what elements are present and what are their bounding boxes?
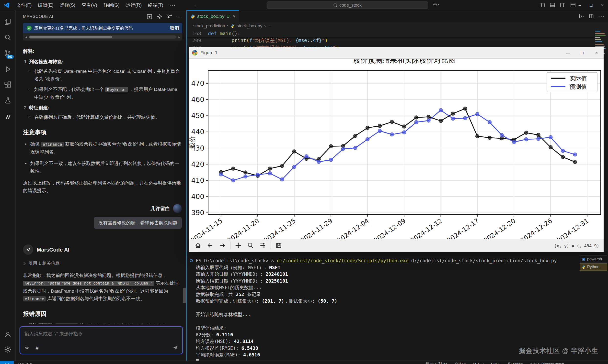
svg-text:2024-11-20: 2024-11-20 [226, 217, 261, 239]
svg-text:2024-12-17: 2024-12-17 [446, 217, 480, 239]
status-bar-item[interactable]: {} Python [508, 362, 523, 364]
breadcrumb-item[interactable]: stock_prediction [193, 24, 225, 29]
chevron-right-icon [23, 262, 26, 265]
chat-transcript: 解释: 1. 列名检查与转换: 代码首先检查 DataFrame 中是否包含 '… [23, 47, 182, 324]
menu-item[interactable]: 编辑(E) [35, 0, 56, 10]
extensions-icon[interactable] [0, 78, 16, 92]
pan-icon[interactable] [233, 240, 244, 251]
send-icon[interactable] [173, 345, 178, 351]
menu-item[interactable]: 运行(R) [123, 0, 145, 10]
test-flask-icon[interactable] [0, 93, 16, 108]
svg-text:2024-12-04: 2024-12-04 [336, 217, 370, 239]
terminal-tab-powersh[interactable]: powersh [580, 255, 607, 263]
subplot-config-icon[interactable] [257, 240, 268, 251]
terminal-line: 请输入开始日期（YYYYMMDD）: 20240101 [196, 271, 557, 278]
marscode-icon[interactable] [0, 110, 16, 124]
run-config-button[interactable]: ▾ [432, 2, 439, 7]
scroll-right-icon[interactable]: ▸ [178, 35, 181, 39]
breadcrumb-item[interactable]: stock_box.py [237, 24, 262, 29]
menu-more-button[interactable]: ··· [166, 2, 179, 8]
vscode-logo-icon [3, 2, 10, 8]
figure-close-button[interactable]: × [589, 47, 604, 59]
cursor-coordinates: (x, y) = (, 454.9) [554, 244, 599, 248]
account-icon[interactable] [0, 327, 16, 341]
window-minimize-button[interactable]: – [574, 0, 585, 10]
explain-heading: 解释: [23, 47, 182, 55]
status-bar-item[interactable]: 行 227, 列 44 [425, 362, 447, 364]
panel-scrollbar[interactable] [183, 288, 186, 303]
run-debug-icon[interactable] [0, 62, 16, 76]
figure-maximize-button[interactable]: □ [575, 47, 589, 59]
context-hash-icon[interactable]: # [36, 345, 38, 351]
split-editor-icon[interactable] [589, 14, 594, 19]
editor-more-icon[interactable]: ··· [598, 13, 605, 19]
figure-minimize-button[interactable]: — [561, 47, 575, 59]
status-bar-item[interactable]: 3.12.0 ('fcode': venv) [530, 362, 564, 364]
code-line[interactable]: 209 print(f"均方误差(MSE): {mse:.4f}") [187, 37, 594, 44]
command-decoration-icon[interactable] [190, 259, 193, 262]
list-item: 代码首先检查 DataFrame 中是否包含 'close' 或 'Close'… [23, 67, 182, 83]
notice-scrollbar[interactable]: ◂ ▸ [23, 33, 182, 40]
new-chat-icon[interactable] [147, 14, 152, 20]
chat-input[interactable]: 输入消息或者 “/” 来选择指令 # [20, 326, 183, 354]
terminal-line: 开始训练随机森林模型... [196, 311, 557, 318]
remote-indicator[interactable]: >< [0, 361, 14, 364]
window-close-button[interactable]: × [597, 0, 608, 10]
chart-canvas[interactable]: 3904004104204304404504604702024-11-15202… [189, 59, 604, 239]
terminal-line: 请输入股票代码（例如: MSFT）: MSFT [196, 264, 557, 271]
settings-gear-icon[interactable] [0, 342, 16, 357]
profile-feedback-icon[interactable] [166, 14, 173, 20]
terminal-line: 均方根误差(RMSE): 6.5430 [196, 345, 557, 352]
svg-text:410: 410 [191, 177, 204, 184]
menu-item[interactable]: 文件(F) [13, 0, 35, 10]
home-icon[interactable] [192, 240, 203, 251]
nav-back-icon[interactable]: ← [193, 2, 199, 8]
menu-item[interactable]: 查看(V) [79, 0, 100, 10]
scrollbar-thumb[interactable] [29, 36, 112, 38]
toggle-sidebar-icon[interactable] [540, 2, 545, 8]
terminal-tab-python[interactable]: Python [580, 263, 607, 271]
menu-item[interactable]: 选择(S) [57, 0, 79, 10]
run-python-button[interactable]: ▾ [578, 14, 584, 19]
summary-paragraph: 通过以上修改，代码将能够正确处理列名不匹配的问题，并在必要时提供清晰的错误提示。 [23, 179, 182, 194]
toggle-panel-icon[interactable] [550, 2, 555, 8]
menu-item[interactable]: 转到(G) [100, 0, 122, 10]
back-icon[interactable] [205, 240, 216, 251]
tab-close-icon[interactable]: × [233, 14, 235, 19]
terminal-panel[interactable]: PS D:\codelist\code_stock> & d:/codelist… [187, 252, 608, 361]
scroll-left-icon[interactable]: ◂ [25, 35, 27, 39]
command-center-search[interactable]: code_stock [267, 1, 428, 9]
settings-icon[interactable] [156, 14, 162, 20]
breadcrumb-item[interactable]: ... [268, 24, 271, 29]
figure-title-bar[interactable]: Figure 1 — □ × [189, 47, 604, 59]
status-bar-item[interactable]: 空格: 4 [454, 362, 466, 364]
terminal-line [196, 305, 557, 312]
breadcrumb[interactable]: stock_prediction › stock_box.py › ... [193, 22, 271, 30]
status-bar-item[interactable]: CRLF [491, 362, 500, 364]
window-maximize-button[interactable]: □ [585, 0, 597, 10]
more-actions-icon[interactable]: ··· [176, 14, 183, 20]
command-asterisk-icon[interactable] [25, 346, 29, 351]
cancel-button[interactable]: 取消 [170, 25, 179, 31]
explorer-icon[interactable] [0, 15, 16, 29]
assistant-paragraph: 非常抱歉，我之前的回答没有解决您的问题。根据您提供的报错信息，KeyError:… [23, 272, 182, 303]
toggle-secondary-sidebar-icon[interactable] [560, 2, 566, 8]
problems-indicator[interactable]: 0 0 [18, 362, 32, 364]
reference-toggle[interactable]: 引用 1 相关信息 [23, 260, 182, 267]
status-bar: >< 0 0 行 227, 列 44空格: 4UTF-8CRLF{} Pytho… [0, 361, 608, 364]
zoom-icon[interactable] [245, 240, 256, 251]
chevron-right-icon: › [264, 24, 266, 29]
svg-text:470: 470 [191, 79, 204, 88]
marscode-avatar [23, 245, 33, 255]
save-icon[interactable] [273, 240, 284, 251]
menu-item[interactable]: 终端(T) [145, 0, 166, 10]
list-item: 2. 特征创建: [24, 104, 182, 111]
sticky-code-line[interactable]: 168def main(): [187, 30, 594, 37]
tab-stock-box[interactable]: stock_box.py U × [187, 10, 239, 22]
source-control-icon[interactable]: 863 [0, 46, 16, 60]
forward-icon[interactable] [217, 240, 228, 251]
search-icon[interactable] [0, 30, 16, 44]
editor-sash[interactable] [186, 10, 187, 361]
assistant-name: MarsCode AI [37, 246, 69, 254]
status-bar-item[interactable]: UTF-8 [473, 362, 484, 364]
